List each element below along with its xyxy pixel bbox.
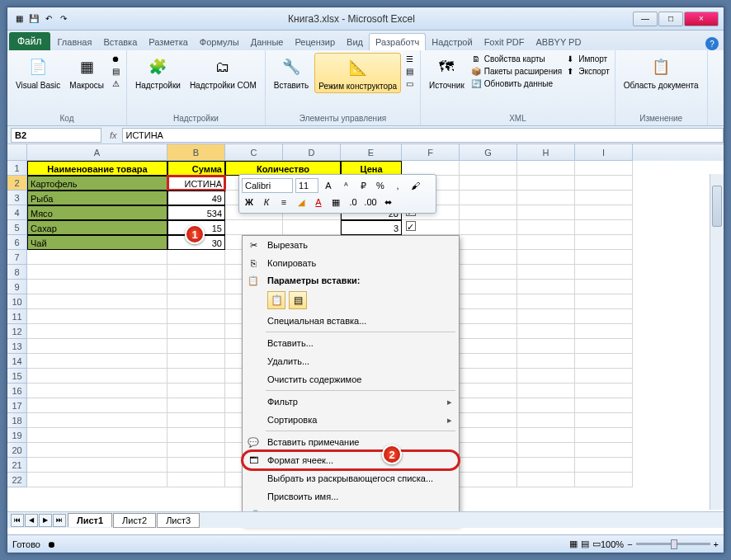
comma-icon[interactable]: , [390,178,405,193]
design-mode-button[interactable]: 📐Режим конструктора [314,53,401,93]
tab-developer[interactable]: Разработч [369,33,426,50]
percent-icon[interactable]: % [373,178,388,193]
accounting-icon[interactable]: ₽ [356,178,370,193]
row-head-2[interactable]: 2 [7,176,27,191]
tab-foxit[interactable]: Foxit PDF [479,34,531,50]
cell[interactable] [460,458,517,473]
cell[interactable] [575,324,633,339]
ctx-filter[interactable]: Фильтр [243,393,459,411]
tab-insert[interactable]: Вставка [97,34,143,50]
cell[interactable] [167,458,225,473]
cell[interactable] [167,354,225,369]
row-head[interactable]: 7 [7,250,27,265]
cell[interactable] [460,191,517,205]
tab-home[interactable]: Главная [52,34,98,50]
cell[interactable] [460,413,517,428]
fill-color-icon[interactable]: ◢ [294,195,309,209]
cell[interactable] [27,369,167,384]
cell-a6[interactable]: Чай [27,235,167,250]
cell[interactable] [517,161,575,176]
export-button[interactable]: ⬆Экспорт [564,65,610,77]
border-icon[interactable]: ▦ [328,195,343,209]
row-head-5[interactable]: 5 [7,220,27,235]
cell[interactable] [575,191,633,205]
bold-icon[interactable]: Ж [242,195,257,209]
cell[interactable] [460,339,517,354]
cell[interactable] [575,235,633,250]
cell[interactable] [460,398,517,413]
doc-panel-button[interactable]: 📋Область документа [620,53,702,92]
cell[interactable] [460,280,517,294]
cell[interactable] [27,428,167,443]
cell[interactable] [517,398,575,413]
cell[interactable] [27,354,167,369]
ctx-insert-comment[interactable]: 💬Вставить примечание [243,433,459,451]
cell[interactable] [460,443,517,458]
cell[interactable] [27,324,167,339]
col-a[interactable]: A [27,144,167,161]
ctx-copy[interactable]: ⎘Копировать [243,254,459,272]
cell[interactable] [517,176,575,191]
cell[interactable] [27,339,167,354]
select-all-corner[interactable] [7,144,27,161]
redo-icon[interactable]: ↷ [57,12,70,26]
italic-icon[interactable]: К [259,195,274,209]
cell[interactable] [517,443,575,458]
cell[interactable] [517,428,575,443]
insert-control-button[interactable]: 🔧Вставить [271,53,312,92]
col-e[interactable]: E [341,144,402,161]
cell[interactable] [575,398,633,413]
view-normal-icon[interactable]: ▦ [569,539,578,549]
cell[interactable] [460,309,517,324]
refresh-data-button[interactable]: 🔄Обновить данные [470,78,562,89]
sheet-tab-1[interactable]: Лист1 [68,513,112,527]
help-icon[interactable]: ? [705,37,719,50]
tab-layout[interactable]: Разметка [143,34,194,50]
xml-source-button[interactable]: 🗺Источник [426,53,468,92]
cell[interactable] [167,280,225,294]
cell[interactable] [517,354,575,369]
row-head[interactable]: 20 [7,443,27,458]
cell[interactable] [575,369,633,384]
cell[interactable] [167,250,225,265]
save-icon[interactable]: 💾 [27,12,40,26]
cell-f5[interactable] [402,220,460,235]
formula-input[interactable]: ИСТИНА [122,128,724,143]
col-i[interactable]: I [575,144,633,161]
expansion-packs-button[interactable]: 📦Пакеты расширения [470,65,562,77]
cell-e5[interactable]: 3 [341,220,402,235]
cell[interactable] [460,369,517,384]
cell[interactable] [575,384,633,398]
cell[interactable] [517,265,575,280]
tab-abbyy[interactable]: ABBYY PD [531,34,587,50]
sheet-tab-2[interactable]: Лист2 [113,513,156,528]
cell[interactable] [283,220,341,235]
cell[interactable] [460,324,517,339]
cell[interactable] [575,413,633,428]
ctx-cut[interactable]: ✂Вырезать [243,236,459,254]
zoom-out-button[interactable]: − [627,539,632,549]
cell[interactable] [460,250,517,265]
paste-values-icon[interactable]: ▤ [289,291,307,309]
tab-nav-next[interactable]: ▶ [39,514,52,527]
cell[interactable] [460,235,517,250]
mini-size-select[interactable]: 11 [295,178,318,193]
header-sum[interactable]: Сумма [167,161,225,176]
row-head-3[interactable]: 3 [7,191,27,205]
run-dialog-icon[interactable]: ▭ [403,78,415,89]
cell[interactable] [27,294,167,309]
cell[interactable] [460,428,517,443]
tab-addins[interactable]: Надстрой [426,34,478,50]
scroll-thumb[interactable] [712,186,722,227]
macro-rec-icon[interactable]: ⏺ [47,539,56,549]
cell[interactable] [27,413,167,428]
cell[interactable] [575,205,633,220]
grow-font-icon[interactable]: A [321,178,336,193]
cell[interactable] [460,354,517,369]
minimize-button[interactable]: — [633,12,658,26]
cell[interactable] [460,265,517,280]
cell[interactable] [517,280,575,294]
tab-view[interactable]: Вид [341,34,369,50]
cell[interactable] [575,473,633,487]
cell[interactable] [517,473,575,487]
